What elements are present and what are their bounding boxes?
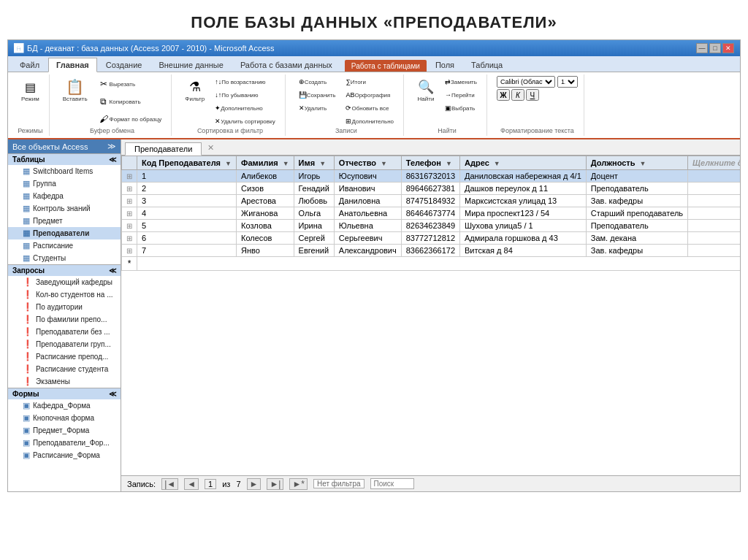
tab-create[interactable]: Создание — [98, 58, 150, 72]
cell-imya[interactable]: Ирина — [294, 220, 334, 232]
cell-otch[interactable]: Иванович — [334, 183, 401, 195]
row-expand-icon[interactable]: ⊞ — [126, 222, 132, 230]
search-input[interactable] — [370, 478, 414, 489]
format-button[interactable]: 🖌 Формат по образцу — [94, 111, 166, 127]
cell-dolzh[interactable]: Зав. кафедры — [586, 195, 687, 207]
bold-button[interactable]: Ж — [497, 89, 510, 101]
tab-fields[interactable]: Поля — [427, 58, 462, 72]
row-expand-cell[interactable]: ⊞ — [122, 220, 137, 232]
sort-desc-button[interactable]: ↓↑ По убыванию — [211, 89, 278, 101]
cell-id[interactable]: 5 — [137, 220, 237, 232]
cell-otch[interactable]: Юльевна — [334, 220, 401, 232]
totals-button[interactable]: ∑ Итоги — [342, 76, 397, 88]
filter-badge[interactable]: Нет фильтра — [313, 479, 365, 488]
nav-item-studenty[interactable]: ▦ Студенты — [8, 252, 121, 264]
underline-button[interactable]: Ч — [526, 89, 539, 101]
cell-imya[interactable]: Любовь — [294, 195, 334, 207]
table-area[interactable]: Код Преподавателя ▼ Фамилия ▼ Имя ▼ — [121, 156, 740, 475]
cell-id[interactable]: 2 — [137, 183, 237, 195]
table-row[interactable]: ⊞ 3 Арестова Любовь Даниловна 8747518493… — [122, 195, 741, 207]
cell-tel[interactable]: 82634623849 — [401, 220, 459, 232]
cell-fam[interactable]: Колесов — [237, 232, 294, 245]
table-row[interactable]: ⊞ 1 Алибеков Игорь Юсупович 86316732013 … — [122, 170, 741, 183]
cell-adres[interactable]: Витская д 84 — [460, 245, 587, 257]
cell-dolzh[interactable]: Доцент — [586, 170, 687, 183]
tab-table[interactable]: Таблица — [463, 58, 511, 72]
cell-id[interactable]: 4 — [137, 207, 237, 220]
cell-otch[interactable]: Юсупович — [334, 170, 401, 183]
nav-item-q3[interactable]: ❗ По аудитории — [8, 301, 121, 313]
cell-dolzh[interactable]: Зам. декана — [586, 232, 687, 245]
nav-pane-header[interactable]: Все объекты Access ≫ — [8, 139, 121, 153]
sort-asc-button[interactable]: ↑↓ По возрастанию — [211, 76, 278, 88]
close-button[interactable]: ✕ — [722, 43, 734, 53]
nav-item-kafedra[interactable]: ▦ Кафедра — [8, 190, 121, 202]
cell-tel[interactable]: 83772712812 — [401, 232, 459, 245]
cell-tel[interactable]: 86316732013 — [401, 170, 459, 183]
minimize-button[interactable]: — — [696, 43, 708, 53]
cell-tel[interactable]: 87475184932 — [401, 195, 459, 207]
font-select[interactable]: Calibri (Область данны — [497, 76, 555, 88]
row-expand-icon[interactable]: ⊞ — [126, 185, 132, 193]
row-expand-cell[interactable]: ⊞ — [122, 245, 137, 257]
cell-adres[interactable]: Даниловская набережная д 4/1 — [460, 170, 587, 183]
copy-button[interactable]: ⧉ Копировать — [94, 93, 166, 110]
row-expand-icon[interactable]: ⊞ — [126, 234, 132, 242]
cell-imya[interactable]: Игорь — [294, 170, 334, 183]
cell-fam[interactable]: Жиганова — [237, 207, 294, 220]
filter-button[interactable]: ⚗ Фильтр — [181, 76, 208, 104]
row-expand-icon[interactable]: ⊞ — [126, 172, 132, 180]
nav-item-raspisanie[interactable]: ▦ Расписание — [8, 239, 121, 252]
nav-item-q8[interactable]: ❗ Расписание студента — [8, 363, 121, 375]
tab-external[interactable]: Внешние данные — [150, 58, 231, 72]
create-record-button[interactable]: ⊕ Создать — [295, 76, 340, 88]
cell-fam[interactable]: Козлова — [237, 220, 294, 232]
col-kod-header[interactable]: Код Преподавателя ▼ — [137, 156, 237, 170]
cell-otch[interactable]: Серьгеевич — [334, 232, 401, 245]
col-imya-header[interactable]: Имя ▼ — [294, 156, 334, 170]
cell-imya[interactable]: Евгений — [294, 245, 334, 257]
row-expand-icon[interactable]: ⊞ — [126, 210, 132, 218]
mode-button[interactable]: ▤ Режим — [18, 76, 43, 104]
table-row[interactable]: ⊞ 7 Янво Евгений Александрович 836623661… — [122, 245, 741, 257]
nav-item-q1[interactable]: ❗ Заведующий кафедры — [8, 276, 121, 288]
table-new-row[interactable]: * — [122, 257, 741, 271]
cell-fam[interactable]: Алибеков — [237, 170, 294, 183]
replace-button[interactable]: ⇄ Заменить — [441, 76, 481, 88]
spelling-button[interactable]: АВ Орфография — [342, 89, 397, 101]
cell-tel[interactable]: 83662366172 — [401, 245, 459, 257]
nav-item-f2[interactable]: ▣ Кнопочная форма — [8, 412, 121, 424]
cell-adres[interactable]: Шухова улица5 / 1 — [460, 220, 587, 232]
col-otch-header[interactable]: Отчество ▼ — [334, 156, 401, 170]
col-fam-header[interactable]: Фамилия ▼ — [237, 156, 294, 170]
nav-section-forms[interactable]: Формы ≪ — [8, 388, 121, 399]
tab-file[interactable]: Файл — [12, 58, 47, 72]
cell-id[interactable]: 7 — [137, 245, 237, 257]
nav-item-q5[interactable]: ❗ Преподаватели без ... — [8, 326, 121, 338]
nav-prev-button[interactable]: ◄ — [184, 478, 199, 490]
nav-new-button[interactable]: ►* — [289, 478, 308, 490]
close-tab-button[interactable]: ✕ — [203, 141, 218, 155]
cell-fam[interactable]: Сизов — [237, 183, 294, 195]
cell-dolzh[interactable]: Зав. кафедры — [586, 245, 687, 257]
cell-fam[interactable]: Арестова — [237, 195, 294, 207]
cell-adres[interactable]: Дашков переулок д 11 — [460, 183, 587, 195]
nav-item-prepodavateli[interactable]: ▦ Преподаватели — [8, 227, 121, 239]
cell-dolzh[interactable]: Старший преподаватель — [586, 207, 687, 220]
cut-button[interactable]: ✂ Вырезать — [94, 76, 166, 92]
save-record-button[interactable]: 💾 Сохранить — [295, 89, 340, 101]
paste-button[interactable]: 📋 Вставить — [59, 76, 91, 104]
nav-item-q7[interactable]: ❗ Расписание препод... — [8, 350, 121, 363]
row-expand-icon[interactable]: ⊞ — [126, 197, 132, 205]
delete-record-button[interactable]: ✕ Удалить — [295, 102, 340, 114]
cell-otch[interactable]: Анатольевна — [334, 207, 401, 220]
nav-item-switchboard[interactable]: ▦ Switchboard Items — [8, 165, 121, 177]
cell-otch[interactable]: Александрович — [334, 245, 401, 257]
table-row[interactable]: ⊞ 4 Жиганова Ольга Анатольевна 864646737… — [122, 207, 741, 220]
nav-item-q2[interactable]: ❗ Кол-во студентов на ... — [8, 288, 121, 301]
nav-last-button[interactable]: ►| — [267, 478, 283, 490]
cell-adres[interactable]: Мира проспект123 / 54 — [460, 207, 587, 220]
col-tel-header[interactable]: Телефон ▼ — [401, 156, 459, 170]
nav-first-button[interactable]: |◄ — [161, 478, 178, 490]
refresh-button[interactable]: ⟳ Обновить все — [342, 102, 397, 114]
